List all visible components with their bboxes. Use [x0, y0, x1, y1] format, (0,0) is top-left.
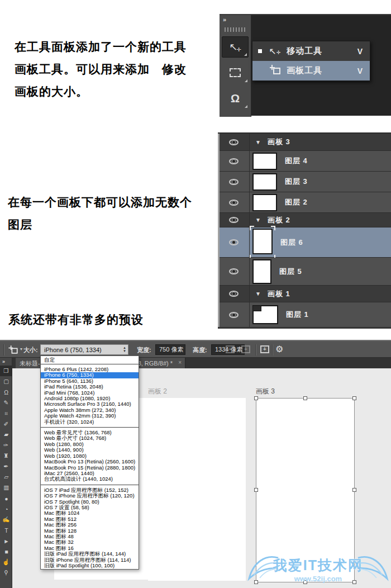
add-artboard-icon[interactable]: +: [260, 345, 269, 353]
preset-option[interactable]: Web (1920, 1080): [41, 453, 139, 459]
preset-option[interactable]: MacBook Pro 15 (Retina) (2880, 1800): [41, 465, 139, 471]
menu-item-move-tool[interactable]: ↖✛ 移动工具 V: [252, 41, 370, 61]
rectangle-tool[interactable]: ■: [0, 546, 12, 557]
visibility-toggle[interactable]: [218, 192, 250, 212]
gear-icon[interactable]: ⚙: [275, 344, 283, 354]
eyedropper-tool[interactable]: ✐: [0, 419, 12, 429]
dodge-tool[interactable]: ◔: [0, 504, 12, 514]
layer-row[interactable]: 图层 2: [218, 192, 391, 213]
preset-option[interactable]: 旧版 iPhone 应用程序图标 (114, 114): [41, 557, 139, 563]
lasso-tool-button[interactable]: Ω: [222, 88, 249, 109]
zoom-tool[interactable]: ⚲: [0, 567, 12, 578]
resize-handle-top-mid[interactable]: [303, 396, 307, 400]
expand-triangle-icon[interactable]: ▼: [255, 139, 261, 145]
close-icon[interactable]: ×: [178, 359, 182, 366]
gradient-tool[interactable]: ▥: [0, 482, 12, 493]
menu-item-artboard-tool[interactable]: 画板工具 V: [252, 61, 370, 80]
preset-option[interactable]: iOS 7 iPad 应用程序图标 (152, 152): [41, 487, 139, 493]
layer-row[interactable]: 图层 5: [218, 258, 391, 286]
visibility-toggle[interactable]: [218, 302, 250, 327]
preset-option[interactable]: Mac 图标 16: [41, 546, 139, 551]
width-input[interactable]: 750 像素: [155, 344, 185, 355]
visibility-toggle[interactable]: [218, 134, 250, 150]
toolbar-grip[interactable]: [225, 27, 246, 32]
artboard3-label[interactable]: 画板 3: [256, 387, 275, 396]
history-brush-tool[interactable]: ✒: [0, 461, 12, 472]
artboard-group-row[interactable]: ▼ 画板 2: [218, 213, 391, 227]
layer-row[interactable]: 图层 4: [218, 151, 391, 172]
clone-stamp-tool[interactable]: ♜: [0, 451, 12, 461]
preset-option[interactable]: Mac 图标 128: [41, 528, 139, 534]
preset-option[interactable]: iPad Mini (768, 1024): [41, 390, 139, 396]
resize-handle-mid-right[interactable]: [352, 488, 356, 492]
preset-option[interactable]: 手机设计 (320, 1024): [41, 419, 139, 425]
layer-row[interactable]: 图层 1: [218, 302, 391, 328]
visibility-toggle[interactable]: [218, 227, 250, 257]
preset-option[interactable]: Web 最常见尺寸 (1366, 768): [41, 430, 139, 435]
eraser-tool[interactable]: ▱: [0, 472, 12, 482]
preset-option[interactable]: Mac 图标 512: [41, 516, 139, 522]
preset-option[interactable]: iMac 27 (2560, 1440): [41, 471, 139, 476]
preset-option[interactable]: iOS 7 设置 (58, 58): [41, 505, 139, 510]
preset-option[interactable]: Mac 图标 48: [41, 534, 139, 539]
preset-option[interactable]: Mac 图标 1024: [41, 510, 139, 516]
move-tool-button[interactable]: ↖✛: [222, 36, 249, 58]
size-preset-select[interactable]: iPhone 6 (750, 1334) ▲▼: [40, 344, 128, 355]
brush-tool[interactable]: ✑: [0, 440, 12, 451]
preset-option[interactable]: 旧版 iPad 应用程序图标 (144, 144): [41, 551, 139, 557]
preset-option[interactable]: Web 最小尺寸 (1024, 768): [41, 435, 139, 441]
hand-tool[interactable]: ☝: [0, 557, 12, 567]
visibility-toggle[interactable]: [218, 258, 250, 285]
artboard2-label[interactable]: 画板 2: [148, 387, 167, 396]
artboard-tool-options-icon[interactable]: [8, 345, 18, 357]
artboard-size-icon[interactable]: +: [226, 345, 235, 353]
artboard-group-row[interactable]: ▼ 画板 3: [218, 134, 391, 151]
collapse-toolbar-icon[interactable]: »: [0, 358, 12, 366]
preset-option[interactable]: Web (1440, 900): [41, 447, 139, 453]
resize-handle-top-right[interactable]: [352, 396, 356, 400]
visibility-toggle[interactable]: [218, 286, 250, 302]
preset-option[interactable]: Apple Watch 38mm (272, 340): [41, 407, 139, 413]
marquee-tool-button[interactable]: [222, 62, 249, 83]
preset-option[interactable]: iPhone 6 Plus (1242, 2208): [41, 367, 139, 372]
preset-option[interactable]: MacBook Pro 13 (Retina) (2560, 1600): [41, 459, 139, 464]
preset-option[interactable]: iPad Retina (1536, 2048): [41, 384, 139, 390]
preset-option[interactable]: iOS 7 iPhone 应用程序图标 (120, 120): [41, 493, 139, 499]
preset-option[interactable]: 旧版 iPad Spotlight (100, 100): [41, 563, 139, 568]
artboard-2[interactable]: [148, 398, 246, 581]
preset-option[interactable]: Apple Watch 42mm (312, 390): [41, 413, 139, 419]
preset-option[interactable]: iOS 7 Spotlight (80, 80): [41, 499, 139, 505]
chevron-down-icon[interactable]: ▾: [20, 347, 22, 352]
spot-healing-tool[interactable]: ▰: [0, 429, 12, 440]
preset-option[interactable]: Microsoft Surface Pro 3 (2160, 1440): [41, 401, 139, 407]
layer-row[interactable]: 图层 3: [218, 172, 391, 192]
preset-option-custom[interactable]: 自定: [41, 356, 139, 364]
expand-triangle-icon[interactable]: ▼: [255, 291, 261, 297]
type-tool[interactable]: T: [0, 525, 12, 535]
path-selection-tool[interactable]: ►: [0, 535, 12, 546]
collapse-panel-icon[interactable]: »: [220, 15, 251, 23]
layer-row-selected[interactable]: 图层 6: [218, 227, 391, 258]
artboard-resize-icon[interactable]: +: [241, 345, 250, 353]
preset-option[interactable]: Web (1280, 800): [41, 442, 139, 447]
pen-tool[interactable]: ✍: [0, 514, 12, 525]
artboard-tool[interactable]: ❐: [0, 366, 12, 376]
quick-selection-tool[interactable]: ✎: [0, 397, 12, 408]
preset-option[interactable]: Mac 图标 256: [41, 522, 139, 528]
resize-handle-mid-left[interactable]: [254, 488, 258, 492]
visibility-toggle[interactable]: [218, 172, 250, 192]
resize-handle-top-left[interactable]: [254, 396, 258, 400]
preset-option[interactable]: iPhone 6 (750, 1334): [41, 372, 139, 378]
blur-tool[interactable]: ●: [0, 493, 12, 504]
preset-option[interactable]: 台式机高清设计 (1440, 1024): [41, 476, 139, 482]
marquee-tool[interactable]: ▢: [0, 376, 12, 387]
preset-option[interactable]: iPhone 5 (640, 1136): [41, 378, 139, 384]
preset-option[interactable]: Android 1080p (1080, 1920): [41, 396, 139, 401]
visibility-toggle[interactable]: [218, 213, 250, 227]
lasso-tool[interactable]: Ω: [0, 387, 12, 397]
preset-option[interactable]: Mac 图标 32: [41, 539, 139, 545]
expand-triangle-icon[interactable]: ▼: [255, 217, 261, 223]
visibility-toggle[interactable]: [218, 151, 250, 171]
artboard-group-row[interactable]: ▼ 画板 1: [218, 286, 391, 302]
crop-tool[interactable]: ⌗: [0, 408, 12, 419]
